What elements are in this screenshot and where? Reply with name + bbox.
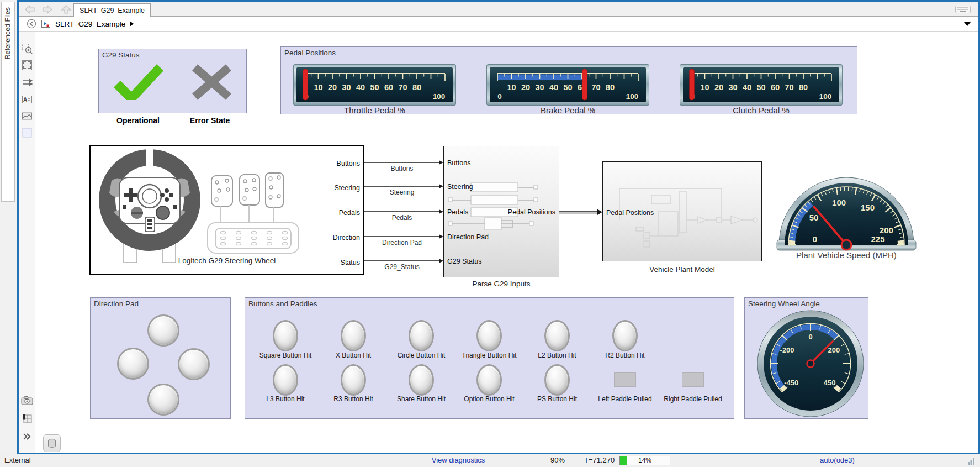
svg-text:100: 100 [819,92,832,101]
share-button-lamp[interactable] [409,364,434,396]
lamp-label: X Button Hit [317,351,389,359]
panel-steering-angle-title: Steering Wheel Angle [748,300,820,308]
x-icon[interactable] [191,64,232,100]
panel-g29-status[interactable]: G29 Status [98,49,247,113]
square-button-lamp[interactable] [273,320,298,351]
back-icon[interactable] [23,4,36,15]
up-icon[interactable] [60,4,73,15]
r2-button-lamp[interactable] [612,320,638,351]
svg-text:30: 30 [535,83,544,92]
dpad-left-lamp[interactable] [117,348,149,380]
right-paddle-indicator[interactable] [682,372,704,387]
signal-routing-icon[interactable] [20,76,34,89]
panel-pedal-positions[interactable]: Pedal Positions 10203040506070800100 102… [280,46,857,114]
sim-time: T=71.270 [584,456,615,464]
l3-button-lamp[interactable] [273,364,298,396]
fit-to-view-icon[interactable] [20,59,34,72]
svg-text:30: 30 [342,83,351,92]
lamp-label: L3 Button Hit [250,395,321,403]
svg-text:A: A [23,97,27,103]
clutch-gauge[interactable]: 10203040506070800100 [680,64,843,106]
port-label: Steering [447,183,473,191]
l2-button-lamp[interactable] [544,320,570,351]
ps-button-lamp[interactable] [544,364,570,396]
zoom-region-icon[interactable] [20,42,34,55]
g29-wheel-block[interactable]: Buttons Steering Pedals Direction Status… [89,145,364,275]
circle-button-lamp[interactable] [409,320,434,351]
solver-link[interactable]: auto(ode3) [820,456,855,464]
image-icon[interactable] [20,109,34,123]
panel-direction-pad-title: Direction Pad [94,300,139,308]
svg-text:10: 10 [507,83,516,92]
triangle-button-lamp[interactable] [476,320,502,351]
svg-text:30: 30 [728,83,737,92]
panel-direction-pad[interactable]: Direction Pad [90,297,231,419]
vehicle-plant-model-block[interactable]: Pedal Positions [602,161,762,261]
breadcrumb[interactable]: SLRT_G29_Example [27,17,134,31]
more-tools-icon[interactable] [20,430,34,443]
port-label: Direction Pad [447,233,489,241]
svg-text:0: 0 [808,333,812,341]
vehicle-speed-gauge[interactable]: 050100150200225 [775,169,918,253]
simulink-window: Referenced Files SLRT_G29_Example SLRT_G… [0,0,980,467]
lamp-label: Circle Button Hit [385,351,457,359]
option-button-lamp[interactable] [476,364,502,396]
left-paddle-indicator[interactable] [614,372,636,387]
dpad-down-lamp[interactable] [147,384,179,416]
memory-stats-icon [967,458,975,465]
port-label: Buttons [447,159,470,167]
view-diagnostics-link[interactable]: View diagnostics [425,456,491,464]
model-tab[interactable]: SLRT_G29_Example [73,3,151,17]
wire-label: Steering [372,188,432,196]
svg-text:70: 70 [398,83,407,92]
schedule-editor-icon[interactable] [20,412,34,426]
tab-bar: SLRT_G29_Example [19,2,978,17]
svg-text:50: 50 [370,83,379,92]
forward-icon[interactable] [41,4,54,15]
panel-steering-angle[interactable]: Steering Wheel Angle -450-2000200450 [744,297,868,419]
svg-text:60: 60 [384,83,393,92]
lamp-label: R3 Button Hit [317,395,389,403]
referenced-files-label: Referenced Files [4,7,12,60]
steering-angle-gauge[interactable]: -450-2000200450 [755,308,866,419]
r3-button-lamp[interactable] [341,364,366,396]
referenced-files-tab[interactable]: Referenced Files [1,2,15,202]
lamp-label: Square Button Hit [250,351,321,359]
throttle-gauge-label: Throttle Pedal % [293,106,456,115]
x-button-lamp[interactable] [341,320,366,351]
breadcrumb-dropdown-icon[interactable] [964,22,971,26]
hide-palette-icon[interactable] [27,19,36,29]
svg-text:-200: -200 [780,346,794,354]
dpad-up-lamp[interactable] [147,314,179,347]
panel-buttons-paddles[interactable]: Buttons and Paddles Square Button Hit X … [245,297,734,419]
breadcrumb-model-name[interactable]: SLRT_G29_Example [55,20,125,28]
lamp-label: Triangle Button Hit [453,351,525,359]
check-icon[interactable] [114,64,163,100]
parse-g29-inputs-block[interactable]: Buttons Steering Pedals Direction Pad G2… [443,146,559,277]
model-canvas[interactable]: Buttons Steering Pedals Direction Pad G2… [35,32,978,453]
area-icon[interactable] [20,126,34,139]
zoom-level: 90% [544,456,571,464]
throttle-gauge[interactable]: 10203040506070800100 [293,64,456,106]
port-label: Direction [333,234,360,242]
dpad-right-lamp[interactable] [178,348,210,380]
svg-text:100: 100 [832,198,846,207]
operational-label: Operational [99,116,177,125]
annotation-icon[interactable]: A [20,93,34,106]
lamp-label: Left Paddle Pulled [589,395,661,403]
lamp-label: R2 Button Hit [589,351,661,359]
camera-icon[interactable] [20,394,34,407]
svg-text:10: 10 [700,83,709,92]
svg-text:70: 70 [785,83,793,92]
keyboard-icon[interactable] [955,5,971,14]
svg-text:40: 40 [743,83,751,92]
status-bar: External View diagnostics 90% T=71.270 1… [0,454,980,467]
panel-buttons-paddles-title: Buttons and Paddles [248,300,317,308]
data-inspector-button[interactable] [43,434,61,452]
vehicle-speed-gauge-caption: Plant Vehicle Speed (MPH) [775,250,918,260]
wire-label: Buttons [372,165,432,172]
svg-text:80: 80 [799,83,808,92]
svg-text:50: 50 [809,213,819,222]
wire-label: Direction Pad [372,239,432,246]
brake-gauge[interactable]: 10203040506070800100 [486,64,649,106]
